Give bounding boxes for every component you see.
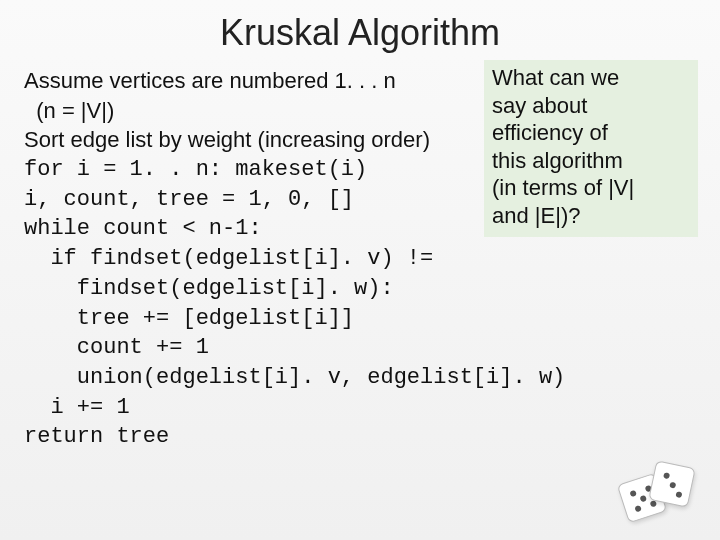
algo-line: i, count, tree = 1, 0, []	[24, 185, 696, 215]
algo-line: count += 1	[24, 333, 696, 363]
algo-line: Sort edge list by weight (increasing ord…	[24, 125, 696, 155]
slide-title: Kruskal Algorithm	[24, 12, 696, 54]
algo-line: tree += [edgelist[i]]	[24, 304, 696, 334]
algo-line: Assume vertices are numbered 1. . . n	[24, 66, 696, 96]
algo-line: union(edgelist[i]. v, edgelist[i]. w)	[24, 363, 696, 393]
algo-line: (n = |V|)	[24, 96, 696, 126]
algo-line: for i = 1. . n: makeset(i)	[24, 155, 696, 185]
algo-line: findset(edgelist[i]. w):	[24, 274, 696, 304]
algo-line: return tree	[24, 422, 696, 452]
die-icon	[648, 460, 695, 507]
slide: Kruskal Algorithm What can we say about …	[0, 0, 720, 540]
algo-line: i += 1	[24, 393, 696, 423]
algorithm-body: Assume vertices are numbered 1. . . n (n…	[24, 66, 696, 452]
algo-line: while count < n-1:	[24, 214, 696, 244]
algo-line: if findset(edgelist[i]. v) !=	[24, 244, 696, 274]
dice-icon	[622, 456, 702, 526]
